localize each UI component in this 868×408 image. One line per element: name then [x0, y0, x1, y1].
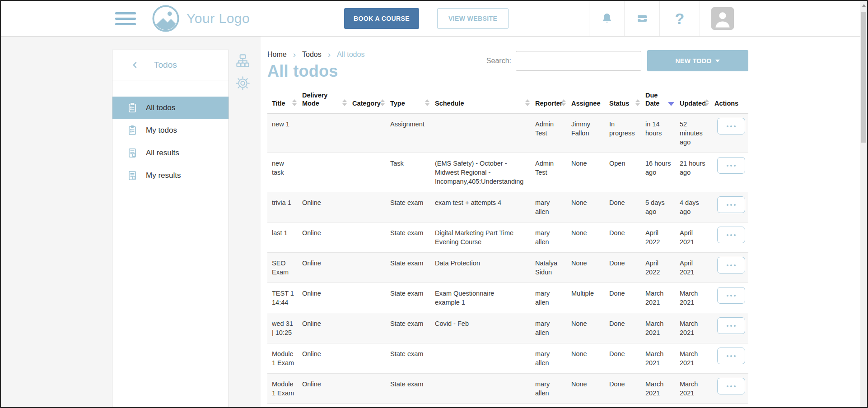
header-divider — [700, 1, 700, 36]
cell-reporter: mary allen — [535, 404, 571, 408]
sidebar-item-my-results[interactable]: My results — [112, 164, 229, 187]
cell-type: State exam — [390, 192, 435, 223]
breadcrumb-separator-icon: › — [293, 50, 296, 59]
cell-title: SEO Exam — [267, 253, 302, 283]
cell-type: State exam — [390, 283, 435, 313]
inbox-icon[interactable] — [625, 1, 659, 36]
sitemap-icon[interactable] — [235, 53, 251, 69]
cell-status: Done — [609, 343, 645, 374]
sidebar-item-label: All todos — [146, 103, 175, 112]
sort-arrows-icon — [425, 99, 429, 106]
sidebar-title: Todos — [154, 60, 177, 70]
scrollbar-thumb[interactable] — [861, 12, 866, 143]
cell-type: Assignment — [390, 114, 435, 153]
sort-arrows-icon — [561, 99, 566, 106]
cell-type: State exam — [390, 253, 435, 283]
column-header-type[interactable]: Type — [390, 88, 435, 114]
todos-table: TitleDelivery ModeCategoryTypeScheduleRe… — [267, 88, 748, 407]
breadcrumb-item-home[interactable]: Home — [267, 51, 287, 59]
column-header-title[interactable]: Title — [267, 88, 302, 114]
vertical-scrollbar[interactable] — [860, 1, 867, 407]
row-actions-button[interactable] — [717, 348, 745, 364]
settings-rail — [235, 53, 251, 91]
breadcrumb-item-todos[interactable]: Todos — [302, 51, 322, 59]
book-a-course-button[interactable]: BOOK A COURSE — [344, 8, 419, 29]
new-todo-button[interactable]: NEW TODO — [647, 50, 748, 71]
column-header-status[interactable]: Status — [609, 88, 645, 114]
column-header-due-date[interactable]: Due Date — [645, 88, 680, 114]
column-header-updated[interactable]: Updated — [680, 88, 714, 114]
gear-icon[interactable] — [235, 75, 251, 91]
row-actions-button[interactable] — [717, 118, 745, 134]
sidebar-item-all-results[interactable]: All results — [112, 142, 229, 164]
collapse-chevron-icon[interactable] — [131, 60, 140, 70]
user-avatar[interactable] — [711, 7, 734, 30]
cell-category — [352, 253, 390, 283]
cell-due_date: March 2021 — [645, 374, 680, 404]
row-actions-button[interactable] — [717, 157, 745, 174]
cell-category — [352, 374, 390, 404]
help-icon[interactable]: ? — [660, 1, 700, 36]
cell-assignee: None — [571, 153, 609, 192]
logo-image-icon — [152, 5, 180, 32]
view-website-button[interactable]: VIEW WEBSITE — [437, 8, 509, 29]
cell-due_date: March 2021 — [645, 313, 680, 343]
sort-arrows-icon — [342, 99, 347, 106]
column-header-schedule[interactable]: Schedule — [435, 88, 535, 114]
sort-arrows-icon — [705, 99, 709, 106]
cell-delivery_mode: Online — [302, 374, 352, 404]
cell-title: Module 1 Exam — [267, 374, 302, 404]
column-header-category[interactable]: Category — [352, 88, 390, 114]
row-actions-button[interactable] — [717, 287, 745, 304]
row-actions-button[interactable] — [717, 378, 745, 394]
sidebar-item-all-todos[interactable]: All todos — [112, 97, 229, 119]
column-label: Category — [352, 100, 381, 107]
cell-status: Done — [609, 253, 645, 283]
cell-reporter: mary allen — [535, 313, 571, 343]
sort-desc-icon — [668, 102, 674, 106]
cell-assignee: Jimmy Fallon — [571, 114, 609, 153]
column-label: Updated — [680, 100, 706, 107]
sidebar-nav: All todos My todos All results My result… — [112, 97, 229, 187]
logo[interactable]: Your Logo — [152, 5, 250, 32]
column-header-reporter[interactable]: Reporter — [535, 88, 571, 114]
cell-due_date: 5 days ago — [645, 192, 680, 223]
cell-reporter: Admin Test — [535, 114, 571, 153]
cell-schedule — [435, 374, 535, 404]
sort-arrows-icon — [292, 99, 297, 106]
row-actions-button[interactable] — [717, 196, 745, 213]
cell-status: Done — [609, 313, 645, 343]
cell-due_date: 16 hours ago — [645, 153, 680, 192]
column-label: Actions — [714, 100, 738, 107]
row-actions-button[interactable] — [717, 317, 745, 334]
sidebar-item-my-todos[interactable]: My todos — [112, 119, 229, 142]
notifications-bell-icon[interactable] — [589, 1, 624, 36]
cell-status: Done — [609, 283, 645, 313]
search-input[interactable] — [516, 51, 641, 71]
cell-title: new 1 — [267, 114, 302, 153]
row-actions-button[interactable] — [717, 257, 745, 274]
cell-category — [352, 153, 390, 192]
cell-category — [352, 192, 390, 223]
cell-assignee: None — [571, 253, 609, 283]
dropdown-caret-icon — [715, 60, 720, 62]
cell-schedule — [435, 114, 535, 153]
column-header-delivery-mode[interactable]: Delivery Mode — [302, 88, 352, 114]
cell-updated: 4 days ago — [680, 192, 714, 223]
scroll-up-arrow-icon[interactable] — [862, 4, 866, 7]
cell-due_date: April 2022 — [645, 223, 680, 253]
table-row: Module 1 ExamOnline State exammary allen… — [267, 374, 748, 404]
row-actions-button[interactable] — [717, 227, 745, 243]
cell-schedule: Digital Marketing Part Time Evening Cour… — [435, 223, 535, 253]
cell-schedule — [435, 404, 535, 408]
cell-type: Task — [390, 153, 435, 192]
cell-category — [352, 313, 390, 343]
table-row: new task Task(EMS Safety) - October - Mi… — [267, 153, 748, 192]
cell-delivery_mode — [302, 153, 352, 192]
column-label: Delivery Mode — [302, 92, 327, 107]
cell-status: Done — [609, 404, 645, 408]
menu-hamburger-icon[interactable] — [115, 12, 136, 25]
cell-updated: April 2021 — [680, 253, 714, 283]
column-label: Schedule — [435, 100, 464, 107]
cell-type: State exam — [390, 343, 435, 374]
